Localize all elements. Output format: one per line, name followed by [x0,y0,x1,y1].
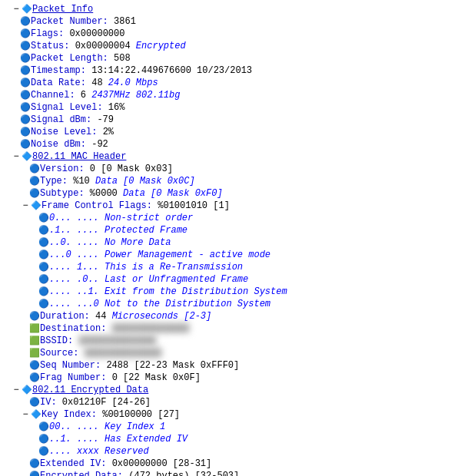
version-label: Version: [40,163,85,175]
mac-header-expand[interactable]: − [11,150,22,163]
mac-header-title[interactable]: 802.11 MAC Header [32,150,126,163]
iv-value: 0x01210F [24-26] [62,396,151,408]
flag6-icon: 🔵 [38,286,49,298]
field-frag-number: 🔵 Frag Number: 0 [22 Mask 0x0F] [0,372,458,384]
frame-ctrl-expand[interactable]: − [20,200,31,212]
field-status: 🔵 Status: 0x00000004 Encrypted [0,40,458,52]
field-type: 🔵 Type: %10 Data [0 Mask 0x0C] [0,175,458,187]
ki-line-0-value: 00.. .... Key Index 1 [49,421,165,433]
packet-number-label: Packet Number: [31,15,108,28]
flag-line-1-value: .1.. .... Protected Frame [49,224,188,236]
flag-line-0-value: 0... .... Non-strict order [49,212,193,224]
enc-data-label: Encrypted Data: [40,470,123,476]
key-index-line-2: 🔵 .... xxxx Reserved [0,445,458,458]
flag-line-6-value: .... ..1. Exit from the Distribution Sys… [49,286,287,298]
mac-header-section-row[interactable]: − 🔷 802.11 MAC Header [0,150,458,163]
packet-tree: − 🔷 Packet Info 🔵 Packet Number: 3861 🔵 … [0,0,458,476]
ext-iv-label: Extended IV: [40,458,106,470]
key-index-line-0: 🔵 00.. .... Key Index 1 [0,421,458,433]
flag-line-4: 🔵 .... 1... This is a Re-Transmission [0,261,458,273]
channel-icon: 🔵 [20,89,31,101]
seq-number-label: Seq Number: [40,359,101,372]
field-data-rate: 🔵 Data Rate: 48 24.0 Mbps [0,77,458,89]
destination-icon: 🟩 [29,322,40,335]
field-subtype: 🔵 Subtype: %0000 Data [0 Mask 0xF0] [0,187,458,200]
noise-dbm-icon: 🔵 [20,138,31,150]
version-value: 0 [0 Mask 0x03] [90,163,173,175]
ki-line1-icon: 🔵 [38,433,49,445]
field-frame-ctrl-flags[interactable]: − 🔷 Frame Control Flags: %01001010 [1] [0,200,458,212]
key-index-expand[interactable]: − [20,408,31,421]
flag0-icon: 🔵 [38,212,49,224]
timestamp-value: 13:14:22.449676600 10/23/2013 [91,64,252,77]
type-icon: 🔵 [29,175,40,187]
seq-number-icon: 🔵 [29,359,40,372]
field-seq-number: 🔵 Seq Number: 2488 [22-23 Mask 0xFFF0] [0,359,458,372]
noise-level-icon: 🔵 [20,126,31,138]
signal-dbm-label: Signal dBm: [31,114,91,126]
channel-label: Channel: [31,89,75,101]
source-value: ██████████████ [85,347,162,359]
key-index-value: %00100000 [27] [102,408,180,421]
frame-ctrl-value: %01001010 [1] [158,200,230,212]
pkt-len-label: Packet Length: [31,52,108,64]
packet-info-title[interactable]: Packet Info [32,3,93,15]
signal-level-value: 16% [108,101,125,114]
encrypted-data-icon: 🔷 [22,384,32,396]
field-key-index[interactable]: − 🔷 Key Index: %00100000 [27] [0,408,458,421]
field-signal-level: 🔵 Signal Level: 16% [0,101,458,114]
flag4-icon: 🔵 [38,261,49,273]
signal-level-label: Signal Level: [31,101,103,114]
ki-line2-icon: 🔵 [38,445,49,458]
packet-info-section-row[interactable]: − 🔷 Packet Info [0,3,458,15]
signal-dbm-value: -79 [97,114,114,126]
frame-ctrl-label: Frame Control Flags: [41,200,152,212]
flag-line-3-value: ...0 .... Power Management - active mode [49,249,270,261]
encrypted-data-expand[interactable]: − [11,384,22,396]
ki-line-2-value: .... xxxx Reserved [49,445,149,458]
channel-extra: 2437MHz 802.11bg [91,89,180,101]
noise-level-value: 2% [103,126,114,138]
mac-header-icon: 🔷 [22,150,32,163]
ext-iv-icon: 🔵 [29,458,40,470]
field-source: 🟩 Source: ██████████████ [0,347,458,359]
flag-line-4-value: .... 1... This is a Re-Transmission [49,261,243,273]
packet-number-icon: 🔵 [20,15,31,28]
status-extra: Encrypted [136,40,186,52]
field-noise-level: 🔵 Noise Level: 2% [0,126,458,138]
field-channel: 🔵 Channel: 6 2437MHz 802.11bg [0,89,458,101]
encrypted-data-section-row[interactable]: − 🔷 802.11 Encrypted Data [0,384,458,396]
status-label: Status: [31,40,69,52]
key-index-line-1: 🔵 ..1. .... Has Extended IV [0,433,458,445]
source-icon: 🟩 [29,347,40,359]
flag-line-2: 🔵 ..0. .... No More Data [0,236,458,249]
flag5-icon: 🔵 [38,273,49,286]
frag-number-icon: 🔵 [29,372,40,384]
subtype-extra: Data [0 Mask 0xF0] [123,187,223,200]
flag-line-1: 🔵 .1.. .... Protected Frame [0,224,458,236]
seq-number-value: 2488 [22-23 Mask 0xFFF0] [106,359,239,372]
field-destination: 🟩 Destination: ██████████████ [0,322,458,335]
data-rate-label: Data Rate: [31,77,86,89]
ext-iv-value: 0x00000000 [28-31] [112,458,212,470]
type-value: %10 [73,175,90,187]
field-extended-iv: 🔵 Extended IV: 0x00000000 [28-31] [0,458,458,470]
flag-line-5-value: .... .0.. Last or Unfragmented Frame [49,273,248,286]
timestamp-label: Timestamp: [31,64,86,77]
destination-value: ██████████████ [112,322,190,335]
flags-icon: 🔵 [20,28,31,40]
field-iv: 🔵 IV: 0x01210F [24-26] [0,396,458,408]
encrypted-data-title[interactable]: 802.11 Encrypted Data [32,384,148,396]
signal-dbm-icon: 🔵 [20,114,31,126]
status-icon: 🔵 [20,40,31,52]
noise-dbm-label: Noise dBm: [31,138,86,150]
timestamp-icon: 🔵 [20,64,31,77]
flags-value: 0x00000000 [69,28,124,40]
frame-ctrl-icon: 🔷 [31,200,41,212]
packet-info-expand[interactable]: − [11,3,22,15]
frag-number-label: Frag Number: [40,372,106,384]
field-noise-dbm: 🔵 Noise dBm: -92 [0,138,458,150]
flag-line-3: 🔵 ...0 .... Power Management - active mo… [0,249,458,261]
iv-label: IV: [40,396,57,408]
enc-data-icon: 🔵 [29,470,40,476]
